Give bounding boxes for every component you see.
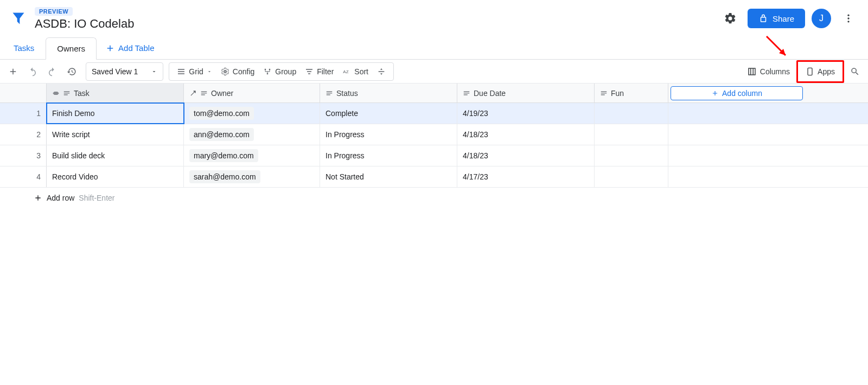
header-actions: Share J <box>719 8 859 29</box>
group-button[interactable]: Group <box>259 63 301 80</box>
cell-due-date[interactable]: 4/17/23 <box>457 166 595 187</box>
svg-point-1 <box>847 17 849 19</box>
data-table: Task Owner Status Due Date Fun Add colum… <box>0 84 868 208</box>
text-icon <box>600 89 608 97</box>
preview-badge: PREVIEW <box>35 7 73 16</box>
sort-icon: AZ <box>342 67 351 76</box>
history-icon <box>67 67 76 76</box>
group-label: Group <box>275 67 296 76</box>
table-tabs: Tasks Owners Add Table <box>0 37 868 60</box>
filter-button[interactable]: Filter <box>301 63 338 80</box>
row-number: 1 <box>0 103 47 124</box>
table-row[interactable]: 1Finish Demotom@demo.comComplete4/19/23 <box>0 103 868 124</box>
history-button[interactable] <box>63 63 80 80</box>
share-button[interactable]: Share <box>748 9 805 28</box>
sort-button[interactable]: AZ Sort <box>338 63 373 80</box>
owner-chip: ann@demo.com <box>189 128 254 141</box>
cell-fun[interactable] <box>595 124 668 145</box>
config-icon <box>221 67 229 76</box>
add-table-button[interactable]: Add Table <box>97 43 163 53</box>
grid-view-button[interactable]: Grid <box>173 63 216 80</box>
apps-button[interactable]: Apps <box>801 63 839 80</box>
document-title[interactable]: ASDB: IO Codelab <box>35 17 719 31</box>
redo-icon <box>47 67 57 76</box>
share-label: Share <box>773 14 794 23</box>
add-row-label: Add row <box>47 194 74 202</box>
owner-chip: mary@demo.com <box>189 149 258 162</box>
search-button[interactable] <box>846 63 864 80</box>
label-icon <box>52 89 60 97</box>
cell-task[interactable]: Record Video <box>47 166 184 187</box>
list-icon <box>177 67 186 76</box>
columns-label: Columns <box>760 67 790 76</box>
add-column-button[interactable]: Add column <box>671 86 803 100</box>
undo-icon <box>28 67 37 76</box>
plus-icon <box>34 194 42 202</box>
column-label: Status <box>336 89 358 98</box>
user-avatar[interactable]: J <box>812 9 831 28</box>
apps-label: Apps <box>818 67 835 76</box>
cell-owner[interactable]: ann@demo.com <box>184 124 320 145</box>
config-button[interactable]: Config <box>216 63 259 80</box>
columns-button[interactable]: Columns <box>743 63 794 80</box>
app-logo <box>9 9 28 28</box>
undo-button[interactable] <box>24 63 41 80</box>
table-row[interactable]: 4Record Videosarah@demo.comNot Started4/… <box>0 166 868 188</box>
column-label: Owner <box>211 89 233 98</box>
cell-owner[interactable]: tom@demo.com <box>184 103 320 124</box>
column-header-owner[interactable]: Owner <box>184 84 320 102</box>
column-header-due-date[interactable]: Due Date <box>457 84 595 102</box>
cell-due-date[interactable]: 4/18/23 <box>457 145 595 166</box>
filter-label: Filter <box>317 67 334 76</box>
gear-icon <box>724 12 737 25</box>
view-options-group: Grid Config Group Filter AZ Sort <box>169 62 394 81</box>
svg-text:AZ: AZ <box>343 69 349 74</box>
row-height-button[interactable] <box>373 63 390 80</box>
cell-task[interactable]: Finish Demo <box>47 103 184 124</box>
cell-owner[interactable]: sarah@demo.com <box>184 166 320 187</box>
add-row-button[interactable]: Add row Shift-Enter <box>0 188 868 208</box>
row-number: 2 <box>0 124 47 145</box>
cell-due-date[interactable]: 4/18/23 <box>457 124 595 145</box>
cell-fun[interactable] <box>595 103 668 124</box>
svg-point-5 <box>267 73 269 74</box>
group-icon <box>263 67 272 76</box>
plus-icon <box>8 67 18 76</box>
cell-fun[interactable] <box>595 166 668 187</box>
table-row[interactable]: 2Write scriptann@demo.comIn Progress4/18… <box>0 124 868 145</box>
tab-tasks[interactable]: Tasks <box>2 37 46 59</box>
column-header-status[interactable]: Status <box>320 84 457 102</box>
column-header-task[interactable]: Task <box>47 84 184 102</box>
lock-icon <box>758 14 768 23</box>
cell-fun[interactable] <box>595 145 668 166</box>
filter-icon <box>305 67 314 76</box>
settings-button[interactable] <box>719 8 741 29</box>
table-row[interactable]: 3Build slide deckmary@demo.comIn Progres… <box>0 145 868 166</box>
title-area: PREVIEW ASDB: IO Codelab <box>35 7 719 31</box>
cell-status[interactable]: Complete <box>320 103 457 124</box>
cell-task[interactable]: Write script <box>47 124 184 145</box>
cell-status[interactable]: In Progress <box>320 124 457 145</box>
add-button[interactable] <box>4 63 22 80</box>
cell-status[interactable]: In Progress <box>320 145 457 166</box>
row-number: 4 <box>0 166 47 187</box>
more-vert-icon <box>843 13 854 24</box>
saved-view-selector[interactable]: Saved View 1 <box>86 62 163 81</box>
column-label: Due Date <box>474 89 506 98</box>
cell-empty <box>668 103 805 124</box>
cell-owner[interactable]: mary@demo.com <box>184 145 320 166</box>
tab-owners[interactable]: Owners <box>46 37 97 60</box>
sort-label: Sort <box>354 67 368 76</box>
cell-task[interactable]: Build slide deck <box>47 145 184 166</box>
row-height-icon <box>377 67 386 76</box>
cell-due-date[interactable]: 4/19/23 <box>457 103 595 124</box>
column-label: Fun <box>611 89 624 98</box>
text-icon <box>463 89 470 97</box>
redo-button[interactable] <box>43 63 61 80</box>
config-label: Config <box>233 67 254 76</box>
more-menu-button[interactable] <box>838 8 859 29</box>
row-number-header <box>0 84 47 102</box>
chevron-down-icon <box>207 69 212 74</box>
column-header-fun[interactable]: Fun <box>595 84 668 102</box>
cell-status[interactable]: Not Started <box>320 166 457 187</box>
